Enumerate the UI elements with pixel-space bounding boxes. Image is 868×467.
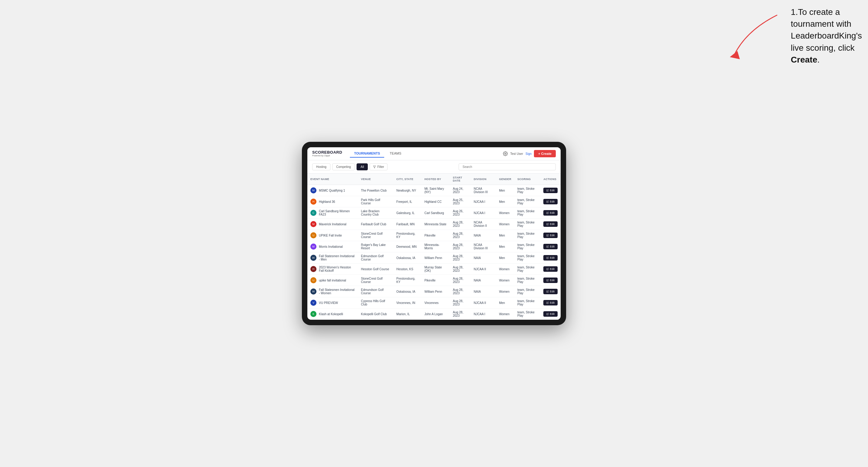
tournaments-table: EVENT NAME VENUE CITY, STATE HOSTED BY S… — [307, 174, 561, 320]
cell-venue-7: Hesston Golf Course — [358, 263, 393, 275]
cell-event-name-6: W Fall Statesmen Invitational - Men — [307, 252, 358, 263]
cell-division-5: NCAA Division III — [471, 241, 496, 252]
edit-button-6[interactable]: Edit — [543, 255, 558, 260]
edit-button-2[interactable]: Edit — [543, 210, 558, 216]
cell-scoring-10: team, Stroke Play — [514, 297, 540, 309]
edit-button-4[interactable]: Edit — [543, 232, 558, 238]
filter-icon — [373, 165, 376, 168]
cell-hosted-10: Vincennes — [421, 297, 450, 309]
cell-event-name-2: C Carl Sandburg Women FA23 — [307, 207, 358, 219]
event-logo-10: V — [310, 300, 316, 306]
cell-division-0: NCAA Division III — [471, 185, 496, 196]
gear-icon[interactable] — [503, 151, 508, 156]
logo-subtitle: Powered by Clippit — [312, 155, 343, 157]
cell-gender-11: Women — [496, 309, 514, 320]
edit-icon — [546, 200, 549, 203]
event-logo-6: W — [310, 255, 316, 261]
cell-scoring-8: team, Stroke Play — [514, 275, 540, 286]
event-logo-5: M — [310, 244, 316, 250]
search-input[interactable] — [459, 163, 556, 170]
edit-button-5[interactable]: Edit — [543, 244, 558, 249]
tablet-device: SCOREBOARD Powered by Clippit TOURNAMENT… — [302, 142, 566, 325]
svg-marker-2 — [373, 166, 376, 168]
competing-filter-btn[interactable]: Competing — [332, 163, 355, 170]
cell-scoring-1: team, Stroke Play — [514, 196, 540, 207]
logo-area: SCOREBOARD Powered by Clippit — [312, 150, 343, 157]
cell-division-7: NJCAA II — [471, 263, 496, 275]
table-row: M Morris Invitational Rutger's Bay Lake … — [307, 241, 561, 252]
cell-actions-11: Edit — [540, 309, 561, 320]
cell-division-4: NAIA — [471, 230, 496, 241]
edit-button-7[interactable]: Edit — [543, 266, 558, 272]
svg-marker-0 — [730, 51, 740, 59]
annotation-highlight: Create — [791, 55, 817, 64]
cell-scoring-11: team, Stroke Play — [514, 309, 540, 320]
event-logo-11: K — [310, 311, 316, 317]
edit-icon — [546, 302, 549, 304]
tab-teams[interactable]: TEAMS — [385, 150, 405, 158]
main-nav: TOURNAMENTS TEAMS — [350, 150, 496, 158]
cell-scoring-0: team, Stroke Play — [514, 185, 540, 196]
sign-in-link[interactable]: Sign — [525, 152, 531, 155]
cell-city-8: Prestonsburg, KY — [393, 275, 421, 286]
table-row: U UPIKE Fall Invite StoneCrest Golf Cour… — [307, 230, 561, 241]
cell-hosted-0: Mt. Saint Mary (NY) — [421, 185, 450, 196]
filter-dropdown-btn[interactable]: Filter — [370, 163, 387, 170]
edit-button-11[interactable]: Edit — [543, 311, 558, 317]
table-row: H 2023 Women's Hesston Fall Kickoff Hess… — [307, 263, 561, 275]
cell-gender-0: Men — [496, 185, 514, 196]
cell-event-name-11: K Klash at Kokopelli — [307, 309, 358, 320]
table-row: V VU PREVIEW Cypress Hills Golf Club Vin… — [307, 297, 561, 309]
cell-scoring-2: team, Stroke Play — [514, 207, 540, 219]
edit-button-8[interactable]: Edit — [543, 278, 558, 283]
col-actions: ACTIONS — [540, 174, 561, 185]
cell-actions-8: Edit — [540, 275, 561, 286]
cell-venue-0: The Powelton Club — [358, 185, 393, 196]
cell-hosted-2: Carl Sandburg — [421, 207, 450, 219]
cell-division-3: NCAA Division II — [471, 219, 496, 230]
cell-gender-10: Men — [496, 297, 514, 309]
cell-hosted-1: Highland CC — [421, 196, 450, 207]
cell-actions-2: Edit — [540, 207, 561, 219]
create-button[interactable]: + Create — [534, 150, 556, 157]
cell-scoring-9: team, Stroke Play — [514, 286, 540, 297]
cell-gender-6: Men — [496, 252, 514, 263]
cell-event-name-9: W Fall Statesmen Invitational - Women — [307, 286, 358, 297]
tab-tournaments[interactable]: TOURNAMENTS — [350, 150, 384, 158]
cell-hosted-6: William Penn — [421, 252, 450, 263]
edit-button-3[interactable]: Edit — [543, 221, 558, 227]
cell-actions-7: Edit — [540, 263, 561, 275]
edit-button-9[interactable]: Edit — [543, 289, 558, 294]
cell-gender-3: Women — [496, 219, 514, 230]
edit-icon — [546, 279, 549, 281]
cell-hosted-4: Pikeville — [421, 230, 450, 241]
cell-event-name-10: V VU PREVIEW — [307, 297, 358, 309]
app-header: SCOREBOARD Powered by Clippit TOURNAMENT… — [307, 147, 561, 160]
cell-date-8: Aug 28, 2023 — [450, 275, 471, 286]
cell-event-name-5: M Morris Invitational — [307, 241, 358, 252]
cell-event-name-8: U upike fall invitational — [307, 275, 358, 286]
event-logo-8: U — [310, 277, 316, 283]
hosting-filter-btn[interactable]: Hosting — [312, 163, 331, 170]
cell-hosted-5: Minnesota-Morris — [421, 241, 450, 252]
cell-division-1: NJCAA I — [471, 196, 496, 207]
logo-title: SCOREBOARD — [312, 150, 343, 155]
cell-city-3: Faribault, MN — [393, 219, 421, 230]
cell-city-5: Deerwood, MN — [393, 241, 421, 252]
cell-gender-8: Women — [496, 275, 514, 286]
event-logo-4: U — [310, 232, 316, 238]
cell-date-6: Aug 28, 2023 — [450, 252, 471, 263]
event-logo-0: M — [310, 187, 316, 193]
all-filter-btn[interactable]: All — [356, 163, 368, 170]
cell-city-11: Marion, IL — [393, 309, 421, 320]
edit-icon — [546, 189, 549, 192]
table-header-row: EVENT NAME VENUE CITY, STATE HOSTED BY S… — [307, 174, 561, 185]
cell-date-10: Aug 28, 2023 — [450, 297, 471, 309]
cell-hosted-8: Pikeville — [421, 275, 450, 286]
cell-date-5: Aug 28, 2023 — [450, 241, 471, 252]
edit-button-1[interactable]: Edit — [543, 199, 558, 204]
edit-button-0[interactable]: Edit — [543, 188, 558, 193]
cell-event-name-4: U UPIKE Fall Invite — [307, 230, 358, 241]
cell-scoring-3: team, Stroke Play — [514, 219, 540, 230]
edit-button-10[interactable]: Edit — [543, 300, 558, 306]
